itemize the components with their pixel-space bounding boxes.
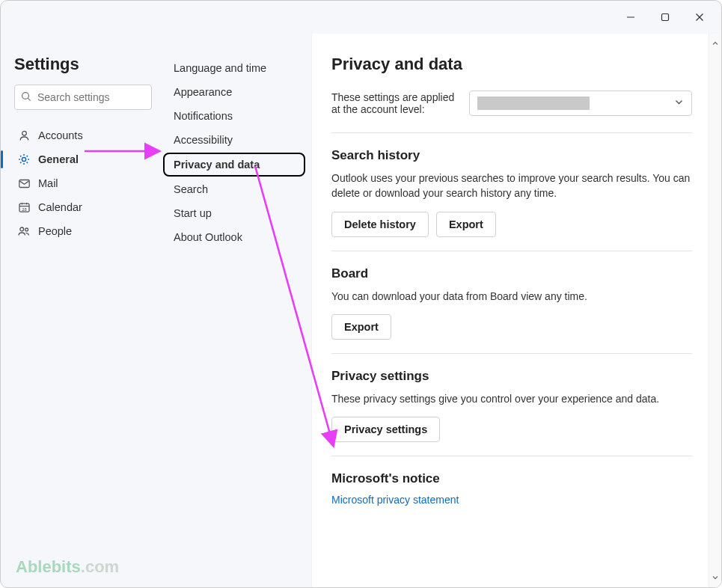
nav-item-accounts[interactable]: Accounts	[14, 123, 150, 147]
subnav-item-start-up[interactable]: Start up	[159, 201, 311, 225]
svg-text:28: 28	[22, 206, 26, 211]
search-input[interactable]	[14, 85, 152, 110]
person-icon	[17, 129, 31, 142]
divider	[331, 456, 692, 456]
delete-history-button[interactable]: Delete history	[331, 212, 429, 237]
subnav-item-about-outlook[interactable]: About Outlook	[159, 225, 311, 249]
content-title: Privacy and data	[331, 55, 692, 74]
section-title: Search history	[331, 148, 692, 163]
subnav-item-label: Start up	[174, 207, 212, 219]
subnav-item-notifications[interactable]: Notifications	[159, 104, 311, 128]
svg-rect-1	[662, 14, 669, 21]
subnav-item-label: Accessibility	[174, 134, 233, 146]
svg-point-15	[25, 228, 28, 231]
titlebar	[1, 1, 721, 34]
minimize-button[interactable]	[614, 5, 648, 29]
settings-window: Settings Accounts General Mail	[0, 0, 722, 588]
close-button[interactable]	[682, 5, 717, 29]
people-icon	[17, 224, 31, 238]
subnav-item-label: Privacy and data	[174, 159, 260, 171]
section-desc: Outlook uses your previous searches to i…	[331, 171, 692, 201]
subnav-item-language-time[interactable]: Language and time	[159, 56, 311, 80]
secondary-sidebar: Language and time Appearance Notificatio…	[159, 34, 311, 587]
search-icon	[21, 91, 31, 105]
button-row: Export	[331, 314, 692, 340]
account-select[interactable]	[469, 91, 692, 116]
subnav-item-label: Language and time	[174, 62, 266, 74]
account-level-text: These settings are applied at the accoun…	[331, 91, 459, 115]
scroll-down-icon	[712, 571, 719, 584]
maximize-button[interactable]	[648, 5, 682, 29]
page-title: Settings	[14, 55, 150, 74]
export-board-button[interactable]: Export	[331, 314, 391, 340]
nav-item-calendar[interactable]: 28 Calendar	[14, 195, 150, 219]
search-input-wrap	[14, 85, 152, 110]
subnav-item-privacy-data[interactable]: Privacy and data	[163, 153, 305, 177]
main-scroll: Privacy and data These settings are appl…	[312, 34, 709, 587]
watermark-brand: Ablebits	[16, 557, 81, 576]
divider	[331, 353, 692, 354]
subnav-item-accessibility[interactable]: Accessibility	[159, 128, 311, 152]
nav-item-label: Mail	[38, 177, 58, 189]
nav-item-mail[interactable]: Mail	[14, 171, 150, 195]
svg-point-14	[20, 227, 24, 231]
section-title: Privacy settings	[331, 369, 692, 384]
section-search-history: Search history Outlook uses your previou…	[331, 148, 692, 237]
watermark: Ablebits.com	[16, 557, 119, 577]
button-row: Privacy settings	[331, 417, 692, 442]
section-title: Board	[331, 266, 692, 281]
watermark-suffix: .com	[81, 557, 119, 576]
mail-icon	[17, 177, 31, 190]
chevron-down-icon	[674, 97, 684, 110]
scroll-up-icon	[712, 37, 719, 50]
subnav-item-appearance[interactable]: Appearance	[159, 80, 311, 104]
section-desc: You can download your data from Board vi…	[331, 289, 692, 304]
calendar-icon: 28	[17, 200, 31, 214]
gear-icon	[17, 153, 31, 166]
export-history-button[interactable]: Export	[436, 212, 496, 237]
nav-item-people[interactable]: People	[14, 219, 150, 243]
account-select-value	[477, 97, 590, 110]
scrollbar[interactable]	[709, 34, 721, 587]
divider	[331, 132, 692, 133]
button-row: Delete history Export	[331, 212, 692, 237]
main-panel: Privacy and data These settings are appl…	[311, 34, 721, 587]
subnav-item-label: About Outlook	[174, 231, 242, 243]
subnav-item-label: Search	[174, 183, 208, 195]
primary-sidebar: Settings Accounts General Mail	[1, 34, 159, 587]
account-level-row: These settings are applied at the accoun…	[331, 91, 692, 116]
nav-item-label: Accounts	[38, 129, 83, 141]
subnav-item-label: Appearance	[174, 86, 232, 98]
nav-item-label: General	[38, 153, 79, 165]
section-privacy-settings: Privacy settings These privacy settings …	[331, 369, 692, 442]
svg-line-5	[28, 98, 30, 100]
divider	[331, 251, 692, 251]
subnav-item-search[interactable]: Search	[159, 177, 311, 201]
subnav-item-label: Notifications	[174, 110, 233, 122]
nav-item-label: People	[38, 225, 72, 237]
microsoft-privacy-link[interactable]: Microsoft privacy statement	[331, 494, 692, 506]
svg-point-6	[22, 131, 26, 135]
section-desc: These privacy settings give you control …	[331, 391, 692, 406]
section-title: Microsoft's notice	[331, 471, 692, 486]
privacy-settings-button[interactable]: Privacy settings	[331, 417, 440, 442]
svg-point-4	[22, 93, 29, 99]
primary-nav: Accounts General Mail 28 Calendar People	[14, 123, 150, 243]
nav-item-label: Calendar	[38, 201, 82, 213]
section-microsoft-notice: Microsoft's notice Microsoft privacy sta…	[331, 471, 692, 506]
layout: Settings Accounts General Mail	[1, 34, 721, 587]
svg-point-7	[22, 157, 25, 161]
section-board: Board You can download your data from Bo…	[331, 266, 692, 340]
nav-item-general[interactable]: General	[14, 147, 150, 171]
